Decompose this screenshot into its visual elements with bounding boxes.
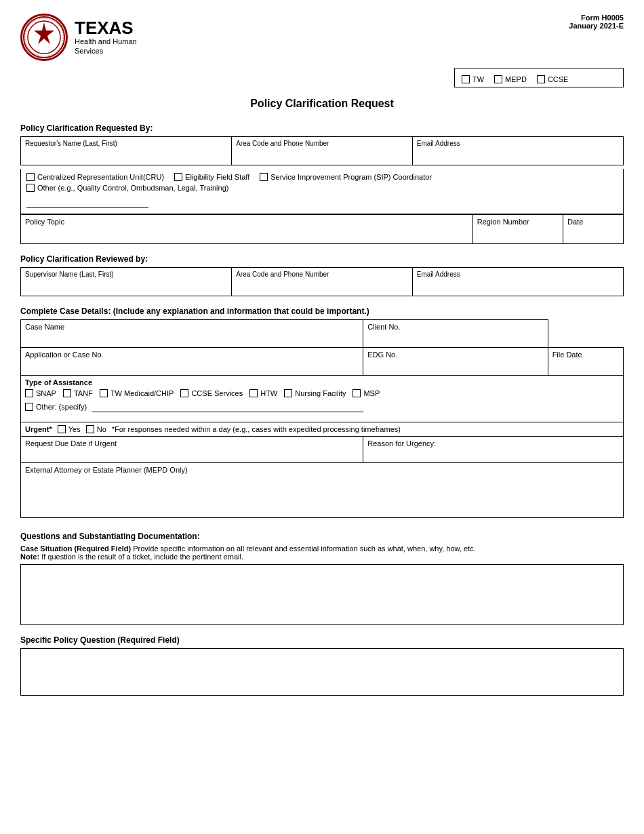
- htw-checkbox[interactable]: [249, 389, 258, 397]
- texas-seal-icon: [20, 14, 68, 61]
- other-specify-field[interactable]: [92, 401, 363, 412]
- msp-item[interactable]: MSP: [353, 389, 380, 397]
- reviewer-phone-field[interactable]: [236, 278, 408, 293]
- case-situation-box[interactable]: [20, 564, 624, 625]
- external-attorney-field[interactable]: [25, 474, 619, 515]
- form-date: January 2021-E: [569, 22, 624, 30]
- type-assistance-label: Type of Assistance: [25, 378, 619, 386]
- email-field[interactable]: [417, 147, 619, 162]
- edg-no-field[interactable]: [367, 359, 543, 372]
- yes-checkbox[interactable]: [58, 425, 66, 433]
- msp-checkbox[interactable]: [353, 389, 361, 397]
- case-name-field[interactable]: [25, 331, 359, 344]
- snap-item[interactable]: SNAP: [25, 389, 56, 397]
- questions-heading: Questions and Substantiating Documentati…: [20, 532, 624, 541]
- ccse-label: CCSE: [548, 75, 569, 83]
- urgent-row-content: Urgent* Yes No *For responses needed wit…: [25, 425, 619, 433]
- tanf-checkbox[interactable]: [63, 389, 71, 397]
- urgent-note: *For responses needed within a day (e.g.…: [112, 425, 401, 433]
- region-number-field[interactable]: [477, 226, 559, 241]
- client-no-label: Client No.: [367, 323, 543, 331]
- snap-checkbox[interactable]: [25, 389, 33, 397]
- region-number-cell: Region Number: [472, 215, 563, 244]
- program-type-mepd[interactable]: MEPD: [494, 75, 527, 83]
- other-specify-row: Other: (specify): [25, 401, 619, 412]
- reviewer-email-field[interactable]: [417, 278, 619, 293]
- app-case-no-field[interactable]: [25, 359, 359, 372]
- sip-checkbox[interactable]: [260, 173, 268, 181]
- no-checkbox[interactable]: [86, 425, 94, 433]
- tw-medicaid-item[interactable]: TW Medicaid/CHIP: [100, 389, 174, 397]
- date-cell: Date: [563, 215, 624, 244]
- specific-policy-box[interactable]: [20, 648, 624, 696]
- no-item[interactable]: No: [86, 425, 106, 433]
- tanf-item[interactable]: TANF: [63, 389, 93, 397]
- app-case-no-cell: Application or Case No.: [21, 348, 363, 376]
- region-number-label: Region Number: [477, 218, 559, 226]
- ccse-checkbox[interactable]: [537, 75, 545, 83]
- reason-urgency-cell: Reason for Urgency:: [363, 437, 624, 463]
- program-type-tw[interactable]: TW: [462, 75, 484, 83]
- efs-checkbox-item[interactable]: Eligibility Field Staff: [174, 173, 249, 181]
- policy-topic-field[interactable]: [25, 226, 468, 241]
- app-case-no-label: Application or Case No.: [25, 351, 359, 359]
- file-date-field[interactable]: [552, 359, 619, 372]
- case-situation-normal: Provide specific information on all rele…: [131, 544, 476, 553]
- reviewer-table: Supervisor Name (Last, First) Area Code …: [20, 267, 624, 296]
- email-cell: Email Address: [412, 137, 623, 165]
- program-type-box: TW MEPD CCSE: [454, 68, 624, 87]
- request-due-field[interactable]: [25, 448, 359, 460]
- file-date-cell: File Date: [548, 348, 623, 376]
- case-details-heading: Complete Case Details: (Include any expl…: [20, 306, 624, 316]
- nursing-facility-item[interactable]: Nursing Facility: [284, 389, 346, 397]
- reason-urgency-field[interactable]: [367, 448, 619, 460]
- other-checkbox[interactable]: [26, 184, 35, 192]
- svg-marker-2: [34, 22, 54, 44]
- tw-medicaid-label: TW Medicaid/CHIP: [110, 389, 174, 397]
- cru-checkbox[interactable]: [26, 173, 35, 181]
- ccse-services-item[interactable]: CCSE Services: [180, 389, 243, 397]
- snap-label: SNAP: [36, 389, 56, 397]
- external-attorney-cell: External Attorney or Estate Planner (MEP…: [21, 463, 624, 518]
- policy-topic-cell: Policy Topic: [21, 215, 473, 244]
- policy-topic-label: Policy Topic: [25, 218, 468, 226]
- request-due-cell: Request Due Date if Urgent: [21, 437, 363, 463]
- tw-checkbox[interactable]: [462, 75, 470, 83]
- case-name-cell: Case Name: [21, 320, 363, 348]
- tw-medicaid-checkbox[interactable]: [100, 389, 108, 397]
- ccse-services-label: CCSE Services: [191, 389, 243, 397]
- other-specify-label: Other: (specify): [36, 403, 87, 411]
- reason-urgency-label: Reason for Urgency:: [367, 439, 619, 448]
- questions-section: Questions and Substantiating Documentati…: [20, 532, 624, 696]
- sip-checkbox-item[interactable]: Service Improvement Program (SIP) Coordi…: [260, 173, 432, 181]
- yes-item[interactable]: Yes: [58, 425, 81, 433]
- nursing-facility-checkbox[interactable]: [284, 389, 292, 397]
- specific-policy-label: Specific Policy Question (Required Field…: [20, 635, 180, 645]
- other-specify-checkbox[interactable]: [25, 403, 33, 411]
- mepd-label: MEPD: [505, 75, 527, 83]
- efs-checkbox[interactable]: [174, 173, 182, 181]
- org-name-hhs: Health and Human Services: [75, 37, 137, 56]
- requestor-name-field[interactable]: [25, 147, 227, 162]
- program-type-ccse[interactable]: CCSE: [537, 75, 569, 83]
- mepd-checkbox[interactable]: [494, 75, 502, 83]
- reviewer-phone-label: Area Code and Phone Number: [236, 271, 408, 278]
- edg-no-cell: EDG No.: [363, 348, 548, 376]
- ccse-services-checkbox[interactable]: [180, 389, 188, 397]
- urgent-cell: Urgent* Yes No *For responses needed wit…: [21, 422, 624, 437]
- date-field[interactable]: [567, 226, 619, 241]
- cru-checkbox-item[interactable]: Centralized Representation Unit(CRU): [26, 173, 164, 181]
- case-situation-bold: Case Situation (Required Field): [20, 544, 131, 553]
- efs-label: Eligibility Field Staff: [185, 173, 249, 181]
- other-specify-item[interactable]: Other: (specify): [25, 403, 87, 411]
- page-title: Policy Clarification Request: [20, 98, 624, 110]
- other-specify-underline[interactable]: [26, 197, 148, 208]
- other-checkbox-item[interactable]: Other (e.g., Quality Control, Ombudsman,…: [26, 184, 228, 192]
- yes-label: Yes: [68, 425, 81, 433]
- client-no-field[interactable]: [367, 331, 543, 344]
- case-details-normal: (Include any explanation and information…: [110, 306, 369, 316]
- htw-item[interactable]: HTW: [249, 389, 277, 397]
- area-phone-field[interactable]: [236, 147, 408, 162]
- supervisor-name-field[interactable]: [25, 278, 227, 293]
- org-name-texas: TEXAS: [75, 19, 137, 37]
